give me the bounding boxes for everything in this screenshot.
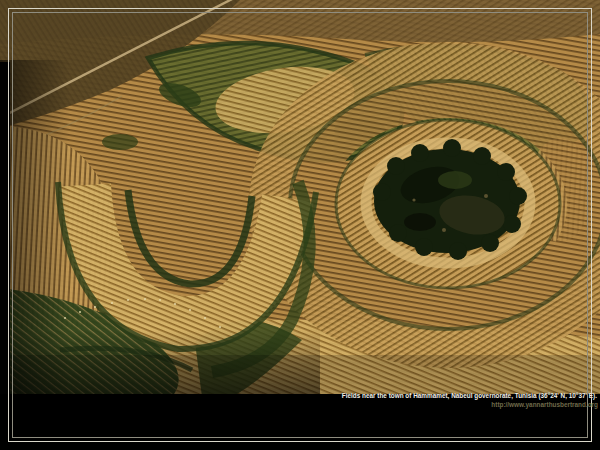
aerial-photo-illustration bbox=[0, 0, 600, 450]
aerial-photo bbox=[0, 0, 600, 397]
wallpaper: Fields near the town of Hammamet, Nabeul… bbox=[0, 0, 600, 450]
